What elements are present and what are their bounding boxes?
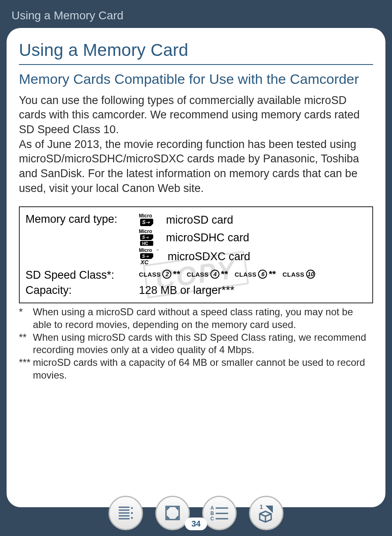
intro-text: You can use the following types of comme… — [19, 93, 373, 196]
spec-type-text-2: microSDXC card — [168, 250, 250, 263]
speed-class-10: CLASS10 — [282, 270, 315, 279]
footnote-2: **When using microSD cards with this SD … — [19, 331, 373, 356]
class-suffix: ** — [221, 269, 228, 280]
footnote-text: When using a microSD card without a spee… — [33, 306, 373, 331]
spec-value-type-1: Micro S➝ HC microSDHC card — [139, 229, 367, 247]
svg-marker-19 — [167, 507, 170, 511]
svg-point-15 — [131, 507, 133, 509]
breadcrumb: Using a Memory Card — [0, 0, 392, 26]
class-number-icon: 6 — [258, 270, 267, 279]
footnote-mark: *** — [19, 356, 33, 381]
microsdhc-icon: Micro S➝ HC — [139, 229, 162, 247]
svg-point-17 — [131, 517, 133, 519]
svg-text:Micro: Micro — [139, 229, 152, 234]
svg-text:S➝: S➝ — [142, 219, 150, 225]
microsdxc-icon: Micro ™ S➝ XC — [139, 247, 164, 266]
spec-row-capacity: Capacity: 128 MB or larger*** — [25, 284, 367, 297]
microsd-icon: Micro S➝ — [139, 213, 159, 227]
page-sheet: COPY Using a Memory Card Memory Cards Co… — [7, 28, 385, 507]
footnote-3: ***microSD cards with a capacity of 64 M… — [19, 356, 373, 381]
page-title: Using a Memory Card — [19, 40, 373, 65]
svg-text:C: C — [210, 516, 214, 522]
class-word: CLASS — [235, 271, 256, 278]
svg-text:1: 1 — [260, 504, 263, 510]
svg-marker-20 — [175, 507, 178, 511]
footnote-1: *When using a microSD card without a spe… — [19, 306, 373, 331]
svg-point-16 — [131, 512, 133, 514]
spec-row-speed: SD Speed Class*: CLASS2**CLASS4**CLASS6*… — [25, 269, 367, 282]
svg-text:B: B — [210, 511, 214, 516]
svg-text:S➝: S➝ — [142, 254, 149, 259]
spec-box: Memory card type: Micro S➝ microSD card — [19, 206, 373, 303]
svg-marker-21 — [167, 515, 170, 519]
page-number: 34 — [185, 518, 207, 530]
class-word: CLASS — [187, 271, 208, 278]
svg-text:Micro: Micro — [139, 247, 152, 253]
footnote-text: When using microSD cards with this SD Sp… — [33, 331, 373, 356]
class-number-icon: 4 — [210, 270, 219, 279]
index-icon: A B C — [210, 504, 229, 522]
spec-label-capacity: Capacity: — [25, 284, 139, 297]
spec-type-text-0: microSD card — [166, 214, 233, 226]
index-button[interactable]: A B C — [202, 496, 237, 530]
svg-text:™: ™ — [156, 249, 159, 252]
expand-icon — [164, 504, 182, 522]
class-word: CLASS — [282, 271, 304, 278]
svg-text:HC: HC — [142, 241, 148, 246]
svg-marker-22 — [175, 515, 178, 519]
page-subtitle: Memory Cards Compatible for Use with the… — [19, 71, 373, 88]
svg-text:A: A — [210, 505, 214, 511]
class-number-icon: 2 — [162, 270, 171, 279]
speed-class-6: CLASS6** — [235, 269, 276, 280]
speed-class-4: CLASS4** — [187, 269, 228, 280]
svg-text:S➝: S➝ — [142, 235, 149, 240]
svg-text:XC: XC — [140, 259, 149, 266]
speed-class-2: CLASS2** — [139, 269, 180, 280]
footnote-mark: ** — [19, 331, 33, 356]
class-number-icon: 10 — [306, 270, 315, 279]
class-suffix: ** — [269, 269, 276, 280]
spec-value-type-0: Micro S➝ microSD card — [139, 213, 367, 227]
footnotes: *When using a microSD card without a spe… — [19, 306, 373, 381]
svg-text:Micro: Micro — [139, 213, 152, 219]
spec-label-speed: SD Speed Class*: — [25, 269, 139, 282]
export-icon: 1 — [256, 503, 276, 523]
spec-type-text-1: microSDHC card — [166, 231, 249, 244]
spec-value-capacity: 128 MB or larger*** — [139, 284, 367, 297]
footnote-mark: * — [19, 306, 33, 331]
toc-icon — [117, 504, 135, 522]
footnote-text: microSD cards with a capacity of 64 MB o… — [33, 356, 373, 381]
toc-button[interactable] — [108, 496, 143, 530]
spec-row-type: Memory card type: Micro S➝ microSD card — [25, 213, 367, 227]
spec-label-type: Memory card type: — [25, 213, 139, 226]
spec-value-speed: CLASS2**CLASS4**CLASS6**CLASS10 — [139, 269, 367, 280]
export-button[interactable]: 1 — [249, 496, 284, 530]
class-suffix: ** — [173, 269, 180, 280]
spec-value-type-2: Micro ™ S➝ XC microSDXC card — [139, 247, 367, 266]
class-word: CLASS — [139, 271, 161, 278]
